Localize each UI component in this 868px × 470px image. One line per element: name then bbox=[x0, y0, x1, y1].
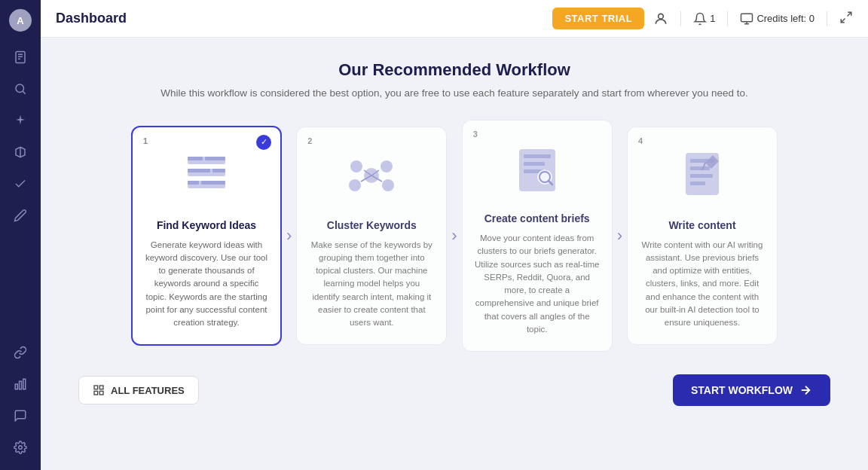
workflow-cards: 1 ✓ Find Keyword Ideas bbox=[71, 120, 838, 352]
svg-rect-12 bbox=[741, 14, 753, 22]
svg-point-4 bbox=[16, 84, 24, 93]
all-features-button[interactable]: ALL FEATURES bbox=[78, 376, 199, 404]
notification-count: 1 bbox=[710, 13, 715, 24]
header-divider-2 bbox=[727, 11, 728, 26]
monitor-button[interactable]: Credits left: 0 bbox=[740, 12, 815, 26]
svg-rect-48 bbox=[94, 386, 98, 389]
card-1-desc: Generate keyword ideas with keyword disc… bbox=[145, 239, 268, 330]
card-1-check: ✓ bbox=[256, 135, 271, 150]
sidebar-bottom bbox=[7, 339, 34, 461]
svg-rect-46 bbox=[690, 182, 705, 185]
card-2-number: 2 bbox=[307, 136, 312, 145]
card-3-desc: Move your content ideas from clusters to… bbox=[475, 232, 600, 336]
sidebar-item-settings[interactable] bbox=[7, 434, 34, 461]
svg-point-10 bbox=[19, 446, 23, 450]
card-4-icon bbox=[640, 142, 765, 210]
svg-rect-7 bbox=[15, 384, 17, 389]
sidebar-item-search[interactable] bbox=[7, 75, 34, 102]
card-2[interactable]: 2 Cluster Keywords Make sen bbox=[296, 127, 447, 346]
start-workflow-label: START WORKFLOW bbox=[691, 384, 793, 396]
svg-rect-36 bbox=[524, 154, 551, 158]
svg-point-29 bbox=[349, 179, 361, 191]
svg-point-27 bbox=[350, 160, 362, 172]
sidebar: A bbox=[0, 0, 41, 470]
svg-rect-50 bbox=[94, 391, 98, 395]
header-divider-3 bbox=[827, 11, 827, 26]
header-divider-1 bbox=[680, 11, 681, 26]
section-subtitle: While this workflow is considered the be… bbox=[71, 87, 838, 99]
svg-rect-18 bbox=[188, 157, 203, 160]
svg-point-11 bbox=[659, 14, 664, 19]
svg-rect-9 bbox=[23, 379, 26, 389]
svg-rect-44 bbox=[690, 166, 710, 170]
svg-line-15 bbox=[848, 12, 851, 16]
header: Dashboard START TRIAL 1 Credits left: 0 bbox=[41, 0, 868, 38]
svg-rect-25 bbox=[201, 181, 225, 185]
svg-point-28 bbox=[381, 160, 393, 172]
credits-label: Credits left: 0 bbox=[756, 13, 815, 24]
svg-rect-21 bbox=[188, 169, 210, 172]
main-area: Dashboard START TRIAL 1 Credits left: 0 … bbox=[41, 0, 868, 470]
card-1-title: Find Keyword Ideas bbox=[145, 219, 268, 231]
card-4-title: Write content bbox=[640, 219, 765, 231]
card-1[interactable]: 1 ✓ Find Keyword Ideas bbox=[131, 126, 282, 346]
avatar[interactable]: A bbox=[9, 9, 32, 32]
card-1-number: 1 bbox=[143, 136, 148, 145]
section-title: Our Recommended Workflow bbox=[71, 60, 838, 80]
svg-rect-19 bbox=[205, 157, 225, 160]
svg-rect-8 bbox=[20, 381, 22, 389]
svg-rect-37 bbox=[524, 162, 545, 166]
arrow-1: › bbox=[286, 226, 292, 246]
card-1-icon bbox=[145, 142, 268, 210]
page-title: Dashboard bbox=[56, 11, 543, 26]
sidebar-item-page[interactable] bbox=[7, 44, 34, 71]
card-2-title: Cluster Keywords bbox=[309, 219, 434, 231]
sidebar-item-chart[interactable] bbox=[7, 371, 34, 398]
bottom-actions: ALL FEATURES START WORKFLOW bbox=[71, 374, 838, 406]
sidebar-item-sparkle[interactable] bbox=[7, 107, 34, 134]
arrow-3: › bbox=[617, 226, 622, 246]
sidebar-item-message[interactable] bbox=[7, 402, 34, 429]
card-4[interactable]: 4 Write content Write content with our A… bbox=[627, 127, 778, 346]
svg-rect-22 bbox=[212, 169, 225, 172]
start-trial-button[interactable]: START TRIAL bbox=[552, 8, 644, 29]
svg-line-16 bbox=[841, 18, 845, 22]
card-2-desc: Make sense of the keywords by grouping t… bbox=[309, 239, 434, 330]
sidebar-item-check[interactable] bbox=[7, 170, 34, 197]
arrow-2: › bbox=[451, 226, 457, 246]
content-area: Our Recommended Workflow While this work… bbox=[41, 38, 868, 470]
all-features-label: ALL FEATURES bbox=[111, 385, 185, 396]
sidebar-item-pen[interactable] bbox=[7, 202, 34, 229]
svg-rect-24 bbox=[188, 181, 199, 185]
start-workflow-button[interactable]: START WORKFLOW bbox=[673, 374, 830, 406]
svg-point-30 bbox=[382, 179, 394, 191]
user-icon-button[interactable] bbox=[653, 11, 668, 26]
card-2-icon bbox=[309, 142, 434, 210]
sidebar-item-link[interactable] bbox=[7, 339, 34, 366]
card-3-number: 3 bbox=[473, 130, 478, 139]
svg-line-5 bbox=[23, 91, 25, 93]
card-4-number: 4 bbox=[638, 136, 643, 145]
svg-rect-45 bbox=[690, 174, 713, 178]
card-3[interactable]: 3 Create content briefs Move your conten… bbox=[462, 120, 613, 352]
svg-rect-51 bbox=[99, 391, 103, 395]
sidebar-item-tag[interactable] bbox=[7, 139, 34, 166]
expand-button[interactable] bbox=[839, 11, 853, 27]
card-3-icon bbox=[475, 136, 600, 203]
svg-rect-49 bbox=[99, 386, 103, 389]
card-3-title: Create content briefs bbox=[475, 212, 600, 224]
notification-button[interactable]: 1 bbox=[693, 12, 715, 26]
card-4-desc: Write content with our AI writing assist… bbox=[640, 239, 765, 330]
